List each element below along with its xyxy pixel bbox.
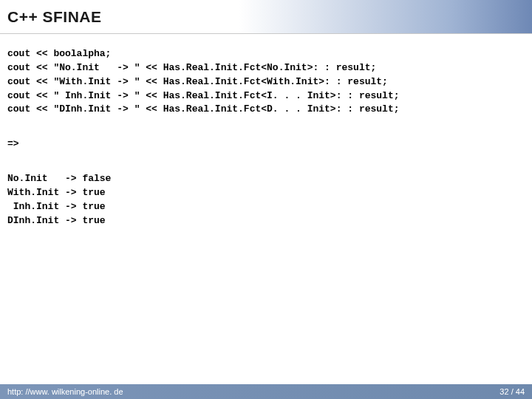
content-area: cout << boolalpha; cout << "No.Init -> "… xyxy=(0,34,532,228)
footer-bar: http: //www. wilkening-online. de 32 / 4… xyxy=(0,384,532,399)
code-block-output: No.Init -> false With.Init -> true Inh.I… xyxy=(7,172,525,228)
code-block-arrow: => xyxy=(7,137,525,151)
footer-url: http: //www. wilkening-online. de xyxy=(7,387,123,396)
footer-page-number: 32 / 44 xyxy=(499,387,525,396)
slide-title: C++ SFINAE xyxy=(7,8,102,26)
code-block-cout: cout << boolalpha; cout << "No.Init -> "… xyxy=(7,47,525,117)
title-bar: C++ SFINAE xyxy=(0,0,532,34)
slide: C++ SFINAE cout << boolalpha; cout << "N… xyxy=(0,0,532,399)
